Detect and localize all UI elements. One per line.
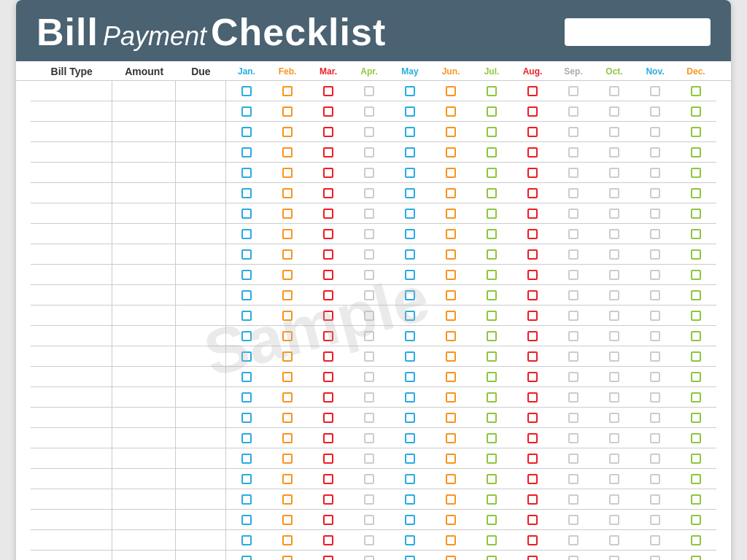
checkbox[interactable] [282, 515, 293, 525]
checkbox[interactable] [609, 351, 619, 362]
checkbox[interactable] [609, 229, 619, 239]
checkbox[interactable] [487, 392, 497, 402]
checkbox[interactable] [691, 331, 701, 341]
checkbox[interactable] [609, 209, 619, 219]
checkbox[interactable] [609, 106, 619, 117]
checkbox[interactable] [364, 494, 374, 505]
checkbox[interactable] [691, 106, 701, 117]
checkbox[interactable] [282, 127, 293, 137]
checkbox[interactable] [446, 494, 456, 505]
checkbox[interactable] [405, 556, 415, 561]
checkbox[interactable] [323, 474, 333, 484]
checkbox[interactable] [323, 535, 333, 545]
checkbox[interactable] [446, 209, 456, 219]
checkbox[interactable] [487, 454, 497, 464]
checkbox[interactable] [527, 290, 538, 300]
checkbox[interactable] [323, 433, 333, 443]
checkbox[interactable] [650, 311, 660, 321]
checkbox[interactable] [691, 535, 701, 545]
checkbox[interactable] [405, 494, 415, 505]
checkbox[interactable] [446, 556, 456, 561]
checkbox[interactable] [527, 229, 538, 239]
checkbox[interactable] [405, 188, 415, 198]
checkbox[interactable] [323, 331, 333, 341]
checkbox[interactable] [527, 188, 538, 198]
checkbox[interactable] [323, 168, 333, 178]
checkbox[interactable] [282, 168, 293, 178]
checkbox[interactable] [568, 270, 578, 280]
checkbox[interactable] [282, 413, 293, 423]
checkbox[interactable] [241, 515, 252, 525]
checkbox[interactable] [241, 351, 252, 362]
checkbox[interactable] [609, 311, 619, 321]
checkbox[interactable] [650, 433, 660, 443]
checkbox[interactable] [405, 127, 415, 137]
checkbox[interactable] [487, 331, 497, 341]
checkbox[interactable] [323, 127, 333, 137]
checkbox[interactable] [282, 454, 293, 464]
checkbox[interactable] [568, 372, 578, 382]
checkbox[interactable] [487, 556, 497, 561]
checkbox[interactable] [650, 331, 660, 341]
checkbox[interactable] [282, 188, 293, 198]
year-input[interactable] [565, 18, 711, 46]
checkbox[interactable] [364, 474, 374, 484]
checkbox[interactable] [446, 535, 456, 545]
checkbox[interactable] [527, 392, 538, 402]
checkbox[interactable] [691, 127, 701, 137]
checkbox[interactable] [446, 270, 456, 280]
checkbox[interactable] [405, 311, 415, 321]
checkbox[interactable] [241, 392, 252, 402]
checkbox[interactable] [323, 494, 333, 505]
checkbox[interactable] [446, 515, 456, 525]
checkbox[interactable] [282, 372, 293, 382]
checkbox[interactable] [446, 392, 456, 402]
checkbox[interactable] [568, 188, 578, 198]
checkbox[interactable] [568, 229, 578, 239]
checkbox[interactable] [650, 209, 660, 219]
checkbox[interactable] [282, 392, 293, 402]
checkbox[interactable] [609, 433, 619, 443]
checkbox[interactable] [364, 249, 374, 260]
checkbox[interactable] [364, 392, 374, 402]
checkbox[interactable] [364, 351, 374, 362]
checkbox[interactable] [568, 413, 578, 423]
checkbox[interactable] [241, 494, 252, 505]
checkbox[interactable] [568, 392, 578, 402]
checkbox[interactable] [241, 270, 252, 280]
checkbox[interactable] [527, 433, 538, 443]
checkbox[interactable] [364, 229, 374, 239]
checkbox[interactable] [691, 311, 701, 321]
checkbox[interactable] [323, 270, 333, 280]
checkbox[interactable] [364, 86, 374, 96]
checkbox[interactable] [364, 106, 374, 117]
checkbox[interactable] [691, 351, 701, 362]
checkbox[interactable] [364, 168, 374, 178]
checkbox[interactable] [241, 311, 252, 321]
checkbox[interactable] [323, 556, 333, 561]
checkbox[interactable] [405, 474, 415, 484]
checkbox[interactable] [527, 331, 538, 341]
checkbox[interactable] [527, 127, 538, 137]
checkbox[interactable] [364, 147, 374, 158]
checkbox[interactable] [527, 494, 538, 505]
checkbox[interactable] [527, 413, 538, 423]
checkbox[interactable] [282, 535, 293, 545]
checkbox[interactable] [609, 535, 619, 545]
checkbox[interactable] [609, 290, 619, 300]
checkbox[interactable] [364, 372, 374, 382]
checkbox[interactable] [323, 372, 333, 382]
checkbox[interactable] [568, 494, 578, 505]
checkbox[interactable] [568, 168, 578, 178]
checkbox[interactable] [650, 127, 660, 137]
checkbox[interactable] [405, 249, 415, 260]
checkbox[interactable] [405, 413, 415, 423]
checkbox[interactable] [487, 270, 497, 280]
checkbox[interactable] [650, 229, 660, 239]
checkbox[interactable] [487, 127, 497, 137]
checkbox[interactable] [691, 270, 701, 280]
checkbox[interactable] [650, 249, 660, 260]
checkbox[interactable] [609, 249, 619, 260]
checkbox[interactable] [487, 106, 497, 117]
checkbox[interactable] [650, 372, 660, 382]
